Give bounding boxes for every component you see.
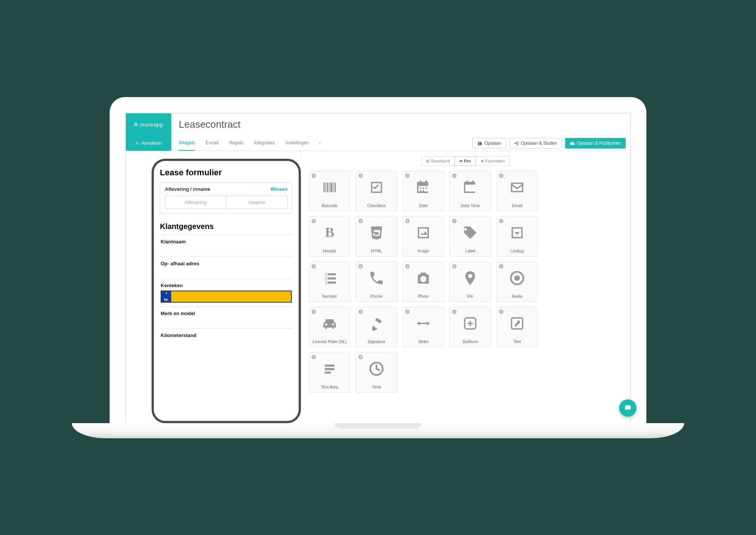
info-icon[interactable]: i: [452, 309, 457, 314]
widget-label: Date: [419, 203, 428, 208]
widget-image[interactable]: iImage: [403, 216, 444, 257]
info-icon[interactable]: i: [311, 173, 316, 178]
form-title: Lease formulier: [160, 168, 293, 178]
widget-text[interactable]: iText: [496, 307, 538, 347]
widget-label[interactable]: iLabel: [449, 216, 491, 257]
page-title: Leasecontract: [171, 113, 630, 136]
info-icon[interactable]: i: [452, 173, 457, 178]
widget-pin[interactable]: iPin: [449, 262, 491, 302]
tab-settings[interactable]: Instellingen: [286, 136, 309, 151]
info-icon[interactable]: i: [358, 355, 363, 359]
arrow-left-icon: 🡐: [135, 141, 140, 146]
info-icon[interactable]: i: [311, 355, 316, 359]
delivery-label: Aflevering / inname: [165, 186, 210, 192]
widget-label: Email: [512, 203, 522, 208]
field-kenteken[interactable]: Kenteken ★ NL: [160, 278, 293, 306]
tabs-collapse-icon[interactable]: ‹: [319, 136, 321, 151]
info-icon[interactable]: i: [358, 173, 363, 178]
dashboard-icon: ⊞: [426, 159, 429, 164]
widget-datetime[interactable]: iDate Time: [449, 171, 491, 211]
exit-icon: [514, 141, 519, 146]
widget-lookup[interactable]: iLookup: [496, 216, 538, 257]
info-icon[interactable]: i: [405, 173, 410, 178]
widget-label: Pin: [467, 294, 473, 298]
widget-label: Checkbox: [367, 203, 386, 208]
cancel-button[interactable]: 🡐 Annuleren: [126, 136, 171, 151]
tab-widgets[interactable]: Widgets: [179, 136, 195, 151]
widget-label: Label: [465, 249, 476, 253]
widget-label: Slider: [418, 339, 429, 344]
save-publish-button[interactable]: Opslaan & Publiceren: [565, 138, 626, 148]
info-icon[interactable]: i: [499, 264, 503, 269]
info-icon[interactable]: i: [452, 219, 457, 223]
segment-delivery[interactable]: Aflevering: [165, 196, 226, 209]
widget-label: Radio: [512, 294, 523, 298]
device-preview: Lease formulier Aflevering / inname Wiss…: [152, 159, 301, 423]
cat-favorites[interactable]: ★Favorieten: [476, 156, 510, 166]
info-icon[interactable]: i: [358, 219, 363, 223]
widget-photo[interactable]: iPhoto: [403, 262, 444, 302]
cat-standard[interactable]: ⊞Standaard: [421, 156, 455, 166]
kenteken-label: Kenteken: [161, 283, 183, 288]
eu-stars-icon: ★: [165, 292, 167, 295]
widget-label: License Plate (NL): [313, 339, 347, 344]
license-plate-input[interactable]: ★ NL: [161, 291, 292, 303]
tab-email[interactable]: E-mail: [206, 136, 218, 151]
tabs-bar: Widgets E-mail Regels Integraties Instel…: [171, 136, 472, 151]
widget-time[interactable]: iTime: [356, 353, 397, 393]
widget-phone[interactable]: iPhone: [356, 262, 397, 302]
widget-label: Time: [372, 385, 381, 389]
widget-subform[interactable]: iSubform: [449, 307, 491, 347]
cat-pro[interactable]: ❧Pro: [454, 156, 476, 166]
save-close-button[interactable]: Opslaan & Sluiten: [509, 138, 562, 148]
info-icon[interactable]: i: [499, 173, 503, 178]
brand-text: moreapp: [140, 122, 163, 128]
widget-label: Header: [323, 249, 336, 253]
info-icon[interactable]: i: [499, 309, 503, 314]
clear-link[interactable]: Wissen: [271, 186, 288, 192]
widget-header[interactable]: iHeader: [309, 216, 350, 257]
widget-label: Signature: [367, 339, 385, 344]
info-icon[interactable]: i: [499, 219, 503, 223]
info-icon[interactable]: i: [452, 264, 457, 269]
save-icon: [477, 141, 482, 146]
logo-icon: ✲: [134, 122, 138, 127]
field-km[interactable]: Kilometerstand: [160, 328, 293, 342]
widget-radio[interactable]: iRadio: [496, 262, 538, 302]
info-icon[interactable]: i: [405, 264, 410, 269]
info-icon[interactable]: i: [358, 264, 363, 269]
info-icon[interactable]: i: [405, 219, 410, 223]
widget-label: Number: [322, 294, 337, 298]
field-merk[interactable]: Merk en model: [160, 306, 293, 328]
tab-integrations[interactable]: Integraties: [254, 136, 275, 151]
segment-control: Aflevering Inname: [165, 196, 288, 209]
info-icon[interactable]: i: [311, 264, 316, 269]
info-icon[interactable]: i: [311, 309, 316, 314]
save-button[interactable]: Opslaan: [472, 138, 506, 148]
info-icon[interactable]: i: [358, 309, 363, 314]
field-klantnaam[interactable]: Klantnaam: [160, 235, 293, 257]
widget-label: Date Time: [461, 203, 480, 208]
info-icon[interactable]: i: [311, 219, 316, 223]
segment-intake[interactable]: Inname: [226, 196, 287, 209]
section-klantgegevens: Klantgegevens: [160, 222, 293, 231]
widget-date[interactable]: iDate: [403, 171, 444, 211]
widget-label: Lookup: [510, 249, 524, 253]
widget-email[interactable]: iEmail: [496, 171, 538, 211]
widget-label: Subform: [462, 339, 478, 344]
cancel-label: Annuleren: [141, 141, 162, 146]
field-adres[interactable]: Op- afhaal adres: [160, 257, 293, 278]
widget-number[interactable]: iNumber: [309, 262, 350, 302]
tab-rules[interactable]: Regels: [229, 136, 243, 151]
info-icon[interactable]: i: [405, 309, 410, 314]
widget-html[interactable]: iHTML: [356, 216, 397, 257]
widget-signature[interactable]: iSignature: [356, 307, 397, 347]
widget-barcode[interactable]: iBarcode: [309, 171, 350, 211]
save-publish-label: Opslaan & Publiceren: [577, 141, 621, 146]
brand-logo: ✲ moreapp: [126, 113, 171, 136]
widget-checkbox[interactable]: iCheckbox: [356, 171, 397, 211]
widget-label: Barcode: [322, 203, 338, 208]
widget-licenseplate[interactable]: iLicense Plate (NL): [309, 307, 350, 347]
widget-slider[interactable]: iSlider: [403, 307, 444, 347]
widget-textarea[interactable]: iText Area: [309, 353, 350, 393]
